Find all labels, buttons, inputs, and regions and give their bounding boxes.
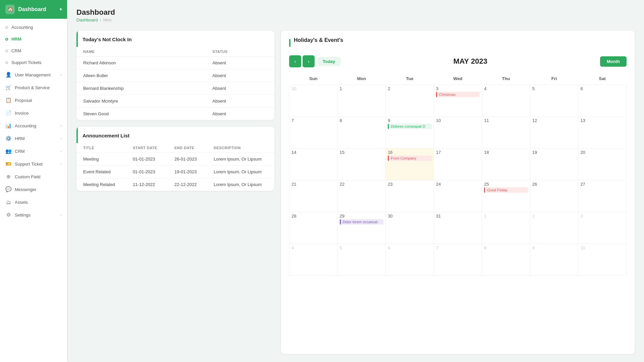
cal-day-number: 1 bbox=[484, 214, 528, 219]
cal-event[interactable]: Good Friday bbox=[484, 187, 528, 193]
ann-title: Event Related bbox=[76, 166, 126, 178]
cal-day-cell[interactable]: 28 bbox=[289, 212, 338, 244]
sidebar-header[interactable]: 🏠 Dashboard ▾ bbox=[0, 0, 67, 19]
sidebar-item-invoice[interactable]: 📄 Invoice bbox=[0, 107, 67, 119]
sidebar-item-proposal[interactable]: 📋 Proposal bbox=[0, 94, 67, 107]
col-name: NAME bbox=[76, 47, 206, 57]
cal-day-cell[interactable]: 24 bbox=[434, 180, 482, 212]
cal-day-number: 21 bbox=[291, 182, 335, 187]
cal-nav-btns: ‹ › bbox=[289, 55, 315, 67]
cal-day-cell[interactable]: 5 bbox=[530, 85, 578, 117]
sidebar-item-messenger[interactable]: 💬 Messenger bbox=[0, 183, 67, 196]
ann-end: 26-01-2023 bbox=[168, 153, 207, 166]
sidebar-item-accounting-top[interactable]: Accounting bbox=[0, 21, 67, 33]
cal-day-number: 7 bbox=[291, 118, 335, 123]
breadcrumb-home[interactable]: Dashboard bbox=[76, 17, 98, 22]
cal-today-button[interactable]: Today bbox=[317, 57, 340, 66]
cal-day-number: 7 bbox=[436, 245, 480, 250]
sidebar-label: Support Ticket bbox=[15, 162, 43, 167]
dot-icon bbox=[5, 50, 8, 52]
main-content: Dashboard Dashboard › Hrm Today's Not Cl… bbox=[67, 0, 644, 362]
cal-day-cell[interactable]: 31 bbox=[434, 212, 482, 244]
cal-day-cell[interactable]: 2 bbox=[530, 212, 578, 244]
cal-day-cell[interactable]: 30 bbox=[386, 212, 434, 244]
cal-event[interactable]: Dolores consequat D bbox=[388, 124, 432, 129]
cal-day-cell[interactable]: 23 bbox=[386, 180, 434, 212]
cal-day-cell[interactable]: 16From Company bbox=[386, 148, 434, 180]
sidebar-item-accounting[interactable]: 📊 Accounting › bbox=[0, 119, 67, 132]
cal-event[interactable]: From Company bbox=[388, 156, 432, 161]
sidebar-item-hrm[interactable]: ⚙️ HRM › bbox=[0, 132, 67, 145]
cal-day-cell[interactable]: 8 bbox=[482, 244, 530, 276]
sidebar-item-product-service[interactable]: 🛒 Product & Service bbox=[0, 81, 67, 94]
cal-day-cell[interactable]: 7 bbox=[434, 244, 482, 276]
cal-day-cell[interactable]: 27 bbox=[578, 180, 627, 212]
cal-day-cell[interactable]: 4 bbox=[289, 244, 338, 276]
sidebar-item-support-ticket[interactable]: 🎫 Support Ticket › bbox=[0, 158, 67, 170]
cal-day-cell[interactable]: 26 bbox=[530, 180, 578, 212]
cal-day-number: 3 bbox=[436, 86, 480, 91]
sidebar-item-crm[interactable]: 👥 CRM › bbox=[0, 145, 67, 158]
cal-day-cell[interactable]: 19 bbox=[530, 148, 578, 180]
cal-day-cell[interactable]: 10 bbox=[578, 244, 627, 276]
sidebar-item-settings[interactable]: ⚙ Settings › bbox=[0, 208, 67, 221]
cal-day-cell[interactable]: 6 bbox=[386, 244, 434, 276]
sidebar-item-custom-field[interactable]: ⊕ Custom Field bbox=[0, 170, 67, 183]
ann-col-title: TITLE bbox=[76, 143, 126, 153]
cal-prev-button[interactable]: ‹ bbox=[289, 55, 301, 67]
cal-day-cell[interactable]: 21 bbox=[289, 180, 338, 212]
employee-name: Steven Good bbox=[76, 108, 206, 120]
cal-event[interactable]: Christmas bbox=[436, 92, 480, 97]
employee-name: Alleen Butler bbox=[76, 69, 206, 82]
cal-day-cell[interactable]: 3 bbox=[578, 212, 627, 244]
cal-day-cell[interactable]: 30 bbox=[289, 85, 338, 117]
cal-day-cell[interactable]: 8 bbox=[337, 117, 386, 148]
cart-icon: 🛒 bbox=[5, 84, 11, 90]
page-title: Dashboard bbox=[76, 8, 635, 17]
sidebar-item-user-management[interactable]: 👤 User Management › bbox=[0, 68, 67, 81]
sidebar-item-hrm-top[interactable]: HRM bbox=[0, 33, 67, 45]
calendar-accent bbox=[289, 39, 290, 47]
clock-in-title: Today's Not Clock In bbox=[78, 31, 138, 47]
cal-day-cell[interactable]: 5 bbox=[337, 244, 386, 276]
calendar-header-bar: ‹ › Today MAY 2023 Month bbox=[289, 55, 627, 67]
cal-day-number: 19 bbox=[532, 150, 576, 155]
cal-day-cell[interactable]: 6 bbox=[578, 85, 627, 117]
cal-month-button[interactable]: Month bbox=[600, 56, 627, 67]
cal-day-number: 5 bbox=[340, 245, 384, 250]
cal-day-cell[interactable]: 13 bbox=[578, 117, 627, 148]
cal-day-cell[interactable]: 20 bbox=[578, 148, 627, 180]
cal-day-cell[interactable]: 25Good Friday bbox=[482, 180, 530, 212]
cal-event[interactable]: Dolor lorem occaecat bbox=[340, 219, 384, 225]
sidebar-label: Messenger bbox=[15, 187, 36, 192]
cal-day-cell[interactable]: 29Dolor lorem occaecat bbox=[337, 212, 386, 244]
cal-day-cell[interactable]: 17 bbox=[434, 148, 482, 180]
cal-day-cell[interactable]: 4 bbox=[482, 85, 530, 117]
cal-day-cell[interactable]: 14 bbox=[289, 148, 338, 180]
sidebar-item-assets[interactable]: 🗂 Assets bbox=[0, 196, 67, 208]
cal-day-cell[interactable]: 12 bbox=[530, 117, 578, 148]
cal-next-button[interactable]: › bbox=[303, 55, 315, 67]
cal-day-number: 16 bbox=[388, 150, 432, 155]
cal-day-cell[interactable]: 1 bbox=[482, 212, 530, 244]
cal-day-cell[interactable]: 2 bbox=[386, 85, 434, 117]
sidebar-item-support-tickets-top[interactable]: Support Tickets bbox=[0, 57, 67, 68]
cal-day-cell[interactable]: 1 bbox=[337, 85, 386, 117]
clock-in-table-wrap[interactable]: NAME STATUS Richard AtkinsonAbsentAlleen… bbox=[76, 47, 274, 120]
cal-day-cell[interactable]: 18 bbox=[482, 148, 530, 180]
cal-day-cell[interactable]: 10 bbox=[434, 117, 482, 148]
cal-day-cell[interactable]: 3Christmas bbox=[434, 85, 482, 117]
cal-day-cell[interactable]: 7 bbox=[289, 117, 338, 148]
cal-day-cell[interactable]: 9Dolores consequat D bbox=[386, 117, 434, 148]
cal-day-cell[interactable]: 11 bbox=[482, 117, 530, 148]
cal-day-cell[interactable]: 15 bbox=[337, 148, 386, 180]
cal-day-cell[interactable]: 9 bbox=[530, 244, 578, 276]
employee-name: Salvador Mcintyre bbox=[76, 95, 206, 108]
sidebar-chevron-icon: ▾ bbox=[60, 7, 62, 12]
cal-day-number: 3 bbox=[580, 214, 624, 219]
sidebar-item-crm-top[interactable]: CRM bbox=[0, 45, 67, 57]
cal-day-cell[interactable]: 22 bbox=[337, 180, 386, 212]
cal-day-number: 25 bbox=[484, 182, 528, 187]
cal-day-number: 31 bbox=[436, 214, 480, 219]
gear-icon: ⚙️ bbox=[5, 135, 11, 141]
